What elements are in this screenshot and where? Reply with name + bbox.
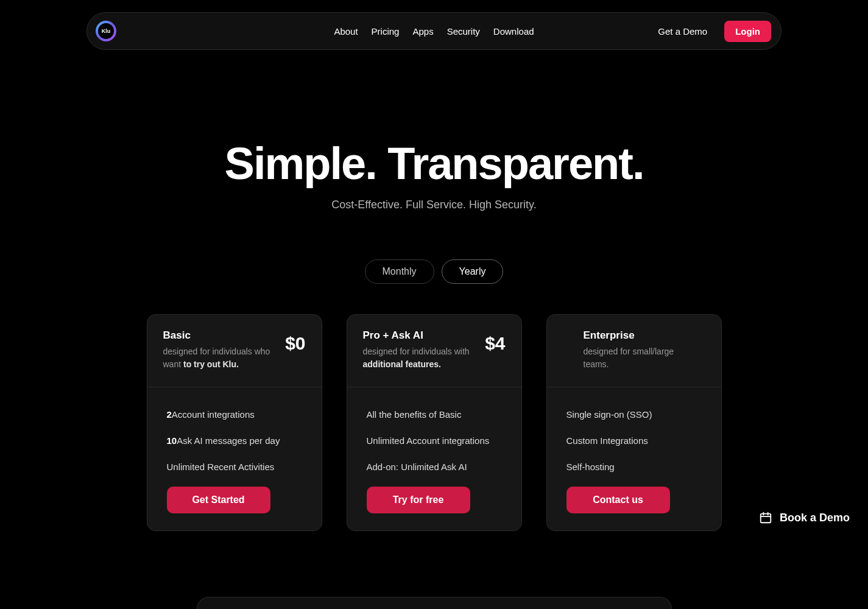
next-section-peek (197, 597, 672, 609)
book-demo-label: Book a Demo (780, 512, 850, 524)
plan-pro: Pro + Ask AI designed for individuals wi… (347, 314, 522, 531)
toggle-yearly[interactable]: Yearly (442, 259, 504, 284)
plan-price: $4 (485, 333, 505, 354)
plan-feature: Unlimited Recent Activities (163, 460, 306, 473)
nav-links: About Pricing Apps Security Download (334, 26, 534, 37)
plan-cta-pro[interactable]: Try for free (367, 487, 470, 513)
plan-body: 2Account integrations 10Ask AI messages … (147, 387, 322, 530)
get-demo-link[interactable]: Get a Demo (658, 26, 707, 37)
hero: Simple. Transparent. Cost-Effective. Ful… (0, 141, 868, 211)
book-demo-fab[interactable]: Book a Demo (759, 511, 850, 524)
plan-cta-basic[interactable]: Get Started (167, 487, 270, 513)
plan-body: All the benefits of Basic Unlimited Acco… (347, 387, 521, 530)
calendar-icon (759, 511, 772, 524)
plan-feature: Self-hosting (563, 460, 705, 473)
nav-apps[interactable]: Apps (412, 26, 433, 37)
plan-feature: Single sign-on (SSO) (563, 408, 705, 421)
plan-header: Basic designed for individuals who want … (147, 315, 322, 387)
nav-right: Get a Demo Login (658, 21, 771, 42)
plan-feature: Custom Integrations (563, 434, 705, 447)
plan-name: Pro + Ask AI (363, 329, 479, 342)
hero-subtitle: Cost-Effective. Full Service. High Secur… (0, 199, 868, 211)
plan-feature: Add-on: Unlimited Ask AI (363, 460, 506, 473)
nav-pricing[interactable]: Pricing (372, 26, 400, 37)
plan-desc: designed for small/large teams. (584, 345, 699, 371)
logo-text: Klu (98, 23, 114, 39)
plan-name: Enterprise (584, 329, 699, 342)
plan-feature: 10Ask AI messages per day (163, 434, 306, 447)
plan-desc: designed for individuals who want to try… (163, 345, 280, 371)
plan-desc: designed for individuals with additional… (363, 345, 479, 371)
nav-security[interactable]: Security (447, 26, 480, 37)
plan-feature: 2Account integrations (163, 408, 306, 421)
login-button[interactable]: Login (724, 21, 771, 42)
main-navbar: Klu About Pricing Apps Security Download… (86, 12, 782, 50)
plan-body: Single sign-on (SSO) Custom Integrations… (547, 387, 721, 530)
plan-enterprise: Enterprise designed for small/large team… (546, 314, 722, 531)
plan-feature: Unlimited Account integrations (363, 434, 506, 447)
plan-basic: Basic designed for individuals who want … (147, 314, 322, 531)
hero-title: Simple. Transparent. (0, 141, 868, 186)
billing-toggle: Monthly Yearly (365, 259, 504, 284)
plan-price: $0 (285, 333, 305, 354)
plan-header: Enterprise designed for small/large team… (547, 315, 721, 387)
plan-feature: All the benefits of Basic (363, 408, 506, 421)
plan-name: Basic (163, 329, 280, 342)
svg-rect-0 (761, 514, 771, 523)
nav-download[interactable]: Download (493, 26, 534, 37)
logo[interactable]: Klu (96, 21, 116, 41)
nav-about[interactable]: About (334, 26, 358, 37)
plan-header: Pro + Ask AI designed for individuals wi… (347, 315, 521, 387)
plans-row: Basic designed for individuals who want … (147, 314, 722, 531)
toggle-monthly[interactable]: Monthly (365, 259, 434, 284)
plan-cta-enterprise[interactable]: Contact us (566, 487, 670, 513)
